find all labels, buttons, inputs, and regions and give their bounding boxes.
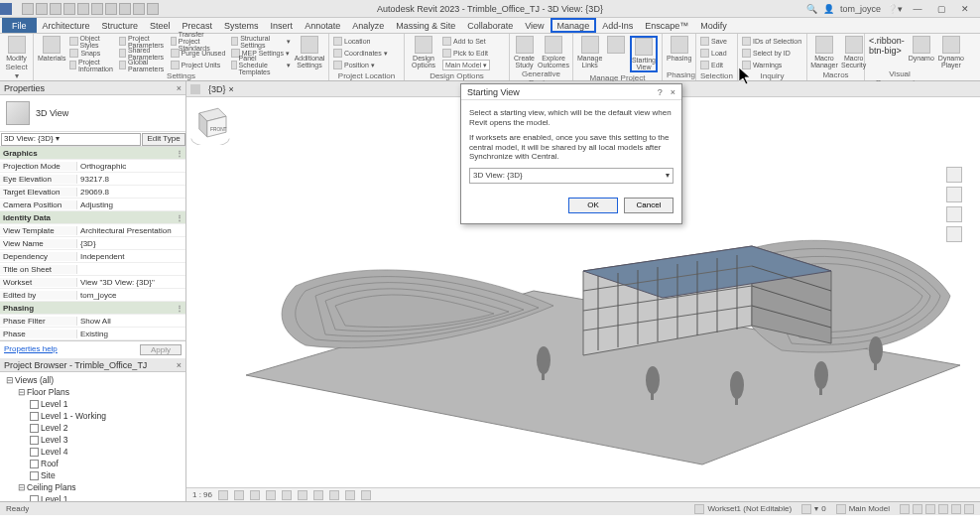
property-value[interactable]: Adjusting bbox=[77, 200, 185, 209]
nav-orbit-icon[interactable] bbox=[946, 226, 962, 242]
tab-massing[interactable]: Massing & Site bbox=[390, 18, 461, 33]
tab-manage[interactable]: Manage bbox=[551, 18, 597, 33]
qat-icon[interactable] bbox=[119, 3, 131, 15]
project-params-button[interactable]: Project Parameters bbox=[119, 36, 166, 47]
transfer-standards-button[interactable]: Transfer Project Standards bbox=[171, 36, 227, 47]
global-params-button[interactable]: Global Parameters bbox=[119, 60, 166, 70]
macro-security-button[interactable]: Macro Security bbox=[841, 36, 866, 68]
panel-schedule-button[interactable]: Panel Schedule Templates▾ bbox=[231, 60, 291, 70]
project-info-button[interactable]: Project Information bbox=[69, 60, 115, 70]
property-row[interactable]: View TemplateArchitectural Presentation bbox=[0, 224, 185, 237]
add-to-set-button[interactable]: Add to Set bbox=[442, 36, 490, 47]
property-value[interactable]: 93217.8 bbox=[77, 175, 185, 184]
tab-collaborate[interactable]: Collaborate bbox=[461, 18, 519, 33]
dynamo-button[interactable]: Dynamo bbox=[909, 36, 934, 62]
property-value[interactable]: tom_joyce bbox=[77, 291, 185, 300]
user-icon[interactable]: 👤 bbox=[823, 4, 834, 14]
dialog-close-icon[interactable]: × bbox=[671, 87, 675, 97]
dynamo-player-button[interactable]: Dynamo Player bbox=[938, 36, 964, 68]
additional-settings-button[interactable]: Additional Settings bbox=[295, 36, 324, 68]
warnings-button[interactable]: Warnings bbox=[742, 60, 801, 70]
instance-combo[interactable]: 3D View: {3D} ▾ bbox=[1, 133, 141, 146]
browser-close-icon[interactable]: × bbox=[177, 360, 182, 370]
tree-item[interactable]: Level 3 bbox=[2, 434, 184, 446]
property-value[interactable]: Architectural Presentation bbox=[77, 226, 185, 235]
object-styles-button[interactable]: Object Styles bbox=[69, 36, 115, 47]
apply-button[interactable]: Apply bbox=[140, 344, 182, 355]
user-name[interactable]: tom_joyce bbox=[840, 4, 881, 14]
qat-icon[interactable] bbox=[77, 3, 89, 15]
home-icon[interactable] bbox=[190, 84, 200, 94]
view-tab-close-icon[interactable]: × bbox=[229, 84, 234, 94]
tab-architecture[interactable]: Architecture bbox=[37, 18, 96, 33]
view-tab-3d[interactable]: {3D} × bbox=[208, 84, 234, 94]
create-study-button[interactable]: Create Study bbox=[514, 36, 535, 68]
properties-close-icon[interactable]: × bbox=[177, 83, 182, 93]
tree-item[interactable]: Level 1 bbox=[2, 493, 184, 501]
close-button[interactable]: ✕ bbox=[956, 4, 974, 14]
property-value[interactable]: Existing bbox=[77, 330, 185, 338]
dialog-titlebar[interactable]: Starting View ? × bbox=[461, 84, 681, 100]
cancel-button[interactable]: Cancel bbox=[624, 198, 674, 213]
main-model-select[interactable]: Main Model▾ bbox=[442, 60, 490, 70]
manage-images-button[interactable] bbox=[606, 36, 626, 54]
tab-analyze[interactable]: Analyze bbox=[346, 18, 390, 33]
qat-icon[interactable] bbox=[91, 3, 103, 15]
filter-icon[interactable] bbox=[964, 504, 974, 514]
starting-view-button[interactable]: Starting View bbox=[630, 36, 658, 72]
property-row[interactable]: Edited bytom_joyce bbox=[0, 289, 185, 302]
property-row[interactable]: WorksetView "3D View: {3D}" bbox=[0, 276, 185, 289]
shared-params-button[interactable]: Shared Parameters bbox=[119, 48, 166, 59]
property-row[interactable]: Eye Elevation93217.8 bbox=[0, 173, 185, 186]
properties-help-link[interactable]: Properties help bbox=[4, 344, 58, 355]
tree-item[interactable]: Roof bbox=[2, 458, 184, 469]
workset-status[interactable]: Workset1 (Not Editable) bbox=[694, 504, 792, 514]
qat-icon[interactable] bbox=[105, 3, 117, 15]
view-cube[interactable]: FRONT bbox=[186, 97, 234, 145]
tree-floor-plans[interactable]: Floor Plans bbox=[27, 387, 69, 397]
property-row[interactable]: Title on Sheet bbox=[0, 263, 185, 276]
tree-item[interactable]: Level 1 bbox=[2, 398, 184, 410]
property-value[interactable]: View "3D View: {3D}" bbox=[77, 278, 185, 287]
select-by-id-button[interactable]: Select by ID bbox=[742, 48, 801, 59]
tab-addins[interactable]: Add-Ins bbox=[596, 18, 639, 33]
select-underlay-icon[interactable] bbox=[913, 504, 922, 514]
type-selector[interactable]: 3D View bbox=[0, 95, 185, 132]
tree-root[interactable]: Views (all) bbox=[15, 375, 54, 385]
group-phasing[interactable]: Phasing bbox=[0, 304, 174, 313]
maximize-button[interactable]: ▢ bbox=[932, 4, 950, 14]
nav-pan-icon[interactable] bbox=[946, 187, 962, 202]
minimize-button[interactable]: — bbox=[909, 4, 926, 14]
load-selection-button[interactable]: Load bbox=[700, 48, 727, 59]
editable-requests-icon[interactable] bbox=[801, 504, 811, 514]
property-row[interactable]: Phase FilterShow All bbox=[0, 315, 185, 328]
properties-header[interactable]: Properties × bbox=[0, 81, 185, 95]
help-icon[interactable]: ❔▾ bbox=[887, 4, 903, 14]
property-row[interactable]: PhaseExisting bbox=[0, 328, 185, 340]
group-graphics[interactable]: Graphics bbox=[0, 149, 174, 158]
ids-of-selection-button[interactable]: IDs of Selection bbox=[742, 36, 801, 47]
tab-structure[interactable]: Structure bbox=[96, 18, 145, 33]
tree-item[interactable]: Level 1 - Working bbox=[2, 410, 184, 422]
property-value[interactable]: Show All bbox=[77, 317, 185, 326]
location-button[interactable]: Location bbox=[333, 36, 388, 47]
tab-annotate[interactable]: Annotate bbox=[299, 18, 346, 33]
tab-view[interactable]: View bbox=[519, 18, 550, 33]
tab-modify[interactable]: Modify bbox=[694, 18, 733, 33]
tab-enscape[interactable]: Enscape™ bbox=[639, 18, 694, 33]
tree-item[interactable]: Site bbox=[2, 469, 184, 481]
property-row[interactable]: Camera PositionAdjusting bbox=[0, 199, 185, 211]
property-value[interactable]: 29069.8 bbox=[77, 188, 185, 197]
phasing-button[interactable]: Phasing bbox=[667, 36, 691, 62]
tree-item[interactable]: Level 4 bbox=[2, 446, 184, 458]
dialog-help-icon[interactable]: ? bbox=[658, 87, 663, 97]
position-button[interactable]: Position▾ bbox=[333, 60, 388, 70]
tree-ceiling-plans[interactable]: Ceiling Plans bbox=[27, 482, 76, 492]
property-row[interactable]: View Name{3D} bbox=[0, 237, 185, 250]
qat-icon[interactable] bbox=[36, 3, 48, 15]
main-model-status[interactable]: Main Model bbox=[836, 504, 890, 514]
nav-zoom-icon[interactable] bbox=[946, 206, 962, 222]
project-units-button[interactable]: Project Units bbox=[171, 60, 227, 70]
structural-settings-button[interactable]: Structural Settings▾ bbox=[231, 36, 291, 47]
qat-icon[interactable] bbox=[147, 3, 159, 15]
